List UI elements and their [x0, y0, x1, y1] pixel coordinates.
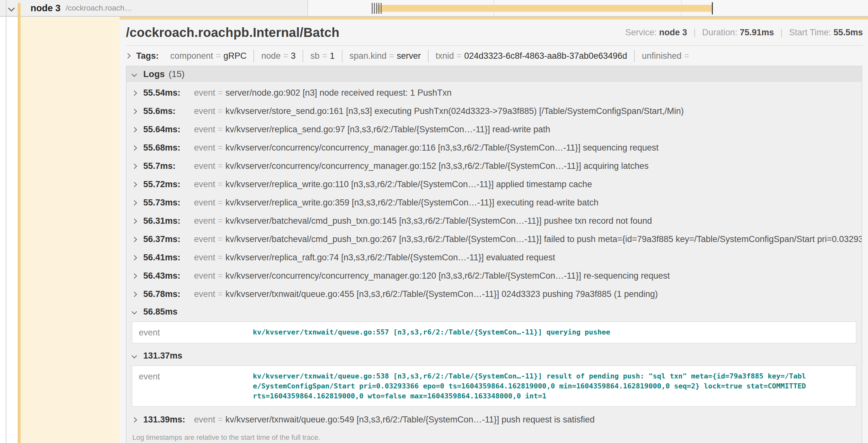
- log-entry[interactable]: 55.6ms: event = kv/kvserver/store_send.g…: [127, 102, 862, 121]
- log-entry[interactable]: 55.72ms: event = kv/kvserver/replica_wri…: [127, 175, 862, 194]
- equals-sign: =: [215, 198, 225, 208]
- start-time-label: Start Time:: [789, 28, 831, 37]
- log-field-name: event: [194, 125, 215, 135]
- collapse-logs-chevron-icon[interactable]: [132, 71, 137, 77]
- tag-key: sb: [310, 51, 320, 61]
- collapse-log-chevron-icon[interactable]: [132, 353, 137, 359]
- log-field-name: event: [139, 371, 253, 401]
- equals-sign: =: [215, 289, 225, 299]
- tag-item: node=3: [253, 50, 303, 62]
- log-timestamp: 55.54ms:: [143, 88, 191, 98]
- tag-key: span.kind: [349, 51, 387, 61]
- equals-sign: =: [215, 125, 225, 135]
- expand-log-chevron-icon[interactable]: [132, 417, 137, 422]
- selected-span-row-highlight: [18, 17, 120, 443]
- log-field-name: event: [194, 198, 215, 208]
- log-entry[interactable]: 131.39ms: event = kv/kvserver/txnwait/qu…: [127, 411, 862, 429]
- tag-value: gRPC: [223, 51, 246, 61]
- left-rail-line: [6, 0, 6, 443]
- tags-section-toggle[interactable]: Tags: component=gRPC node=3 sb=1 span.ki…: [126, 46, 868, 66]
- log-timestamp: 56.78ms:: [143, 289, 191, 299]
- tag-value: 024d3323-6c8f-4863-aa8b-37ab0e63496d: [464, 51, 627, 61]
- log-timestamp: 55.68ms:: [143, 143, 191, 153]
- log-entry[interactable]: 56.43ms: event = kv/kvserver/concurrency…: [127, 267, 862, 285]
- log-field-name: event: [194, 253, 215, 263]
- expand-log-chevron-icon[interactable]: [132, 145, 137, 150]
- log-entry[interactable]: 55.54ms: event = server/node.go:902 [n3]…: [127, 84, 862, 102]
- log-entry[interactable]: 56.78ms: event = kv/kvserver/txnwait/que…: [127, 285, 862, 303]
- log-entry[interactable]: 55.73ms: event = kv/kvserver/replica_wri…: [127, 194, 862, 212]
- log-timestamp: 55.64ms:: [143, 125, 191, 135]
- logs-list: 55.54ms: event = server/node.go:902 [n3]…: [127, 82, 862, 443]
- log-field-value: kv/kvserver/txnwait/queue.go:557 [n3,s3,…: [253, 327, 849, 338]
- log-entry[interactable]: 55.68ms: event = kv/kvserver/concurrency…: [127, 139, 862, 157]
- service-label: Service:: [625, 28, 657, 37]
- equals-sign: =: [454, 51, 464, 61]
- log-entry[interactable]: 56.41ms: event = kv/kvserver/replica_raf…: [127, 248, 862, 267]
- log-timestamp: 55.73ms:: [143, 198, 191, 208]
- span-detail-panel: /cockroach.roachpb.Internal/Batch Servic…: [120, 17, 868, 443]
- log-entry[interactable]: 56.37ms: event = kv/kvserver/batcheval/c…: [127, 230, 862, 248]
- equals-sign: =: [215, 161, 225, 171]
- expand-log-chevron-icon[interactable]: [132, 255, 137, 260]
- expand-log-chevron-icon[interactable]: [132, 163, 137, 169]
- tag-item: unfinished=: [634, 50, 699, 62]
- collapse-span-chevron-icon[interactable]: [8, 4, 15, 11]
- log-message: kv/kvserver/txnwait/queue.go:549 [n3,s3,…: [225, 415, 595, 425]
- equals-sign: =: [215, 143, 225, 153]
- log-timestamp: 56.85ms: [143, 307, 178, 317]
- expand-log-chevron-icon[interactable]: [132, 90, 137, 96]
- tag-item: txnid=024d3323-6c8f-4863-aa8b-37ab0e6349…: [428, 50, 634, 62]
- expand-log-chevron-icon[interactable]: [132, 182, 137, 187]
- expand-log-chevron-icon[interactable]: [132, 237, 137, 242]
- log-field-name: event: [194, 415, 215, 425]
- expand-log-chevron-icon[interactable]: [132, 200, 137, 205]
- tag-value: 3: [291, 51, 296, 61]
- log-message: kv/kvserver/replica_write.go:110 [n3,s3,…: [225, 179, 592, 190]
- expand-log-chevron-icon[interactable]: [132, 127, 137, 132]
- log-field-name: event: [194, 271, 215, 281]
- expand-log-chevron-icon[interactable]: [132, 273, 137, 279]
- tag-key: node: [261, 51, 280, 61]
- log-entry[interactable]: 56.31ms: event = kv/kvserver/batcheval/c…: [127, 212, 862, 230]
- log-entry-expanded-toggle[interactable]: 131.37ms: [127, 347, 862, 364]
- logs-count: (15): [169, 69, 185, 79]
- span-detail-title: /cockroach.roachpb.Internal/Batch: [126, 25, 340, 40]
- log-field-name: event: [139, 327, 253, 338]
- span-timeline[interactable]: 75.91ms: [307, 0, 868, 17]
- log-entry-expanded-toggle[interactable]: 56.85ms: [127, 303, 862, 320]
- log-entry[interactable]: 55.7ms: event = kv/kvserver/concurrency/…: [127, 157, 862, 175]
- collapse-log-chevron-icon[interactable]: [132, 309, 137, 315]
- expand-log-chevron-icon[interactable]: [132, 292, 137, 297]
- tag-value: server: [397, 51, 421, 61]
- equals-sign: =: [320, 51, 330, 61]
- log-entry[interactable]: 55.64ms: event = kv/kvserver/replica_sen…: [127, 121, 862, 139]
- log-detail-card: event kv/kvserver/txnwait/queue.go:557 […: [132, 321, 857, 343]
- log-message: kv/kvserver/concurrency/concurrency_mana…: [225, 161, 649, 171]
- span-row[interactable]: node 3 /cockroach.roach… 75.91ms: [0, 0, 868, 17]
- log-message: kv/kvserver/txnwait/queue.go:455 [n3,s3,…: [225, 289, 658, 299]
- expand-tags-chevron-icon[interactable]: [125, 53, 131, 59]
- expand-log-chevron-icon[interactable]: [132, 218, 137, 224]
- log-field-name: event: [194, 216, 215, 226]
- span-name-column[interactable]: node 3 /cockroach.roach…: [0, 0, 307, 17]
- tag-key: unfinished: [642, 51, 681, 61]
- tag-key: component: [170, 51, 213, 61]
- expand-log-chevron-icon[interactable]: [132, 108, 137, 114]
- log-timestamp: 131.37ms: [143, 351, 183, 361]
- equals-sign: =: [215, 234, 225, 244]
- log-timestamp: 55.72ms:: [143, 179, 191, 190]
- tag-key: txnid: [436, 51, 454, 61]
- equals-sign: =: [386, 51, 397, 61]
- logs-footer-note: Log timestamps are relative to the start…: [127, 429, 862, 443]
- logs-section-toggle[interactable]: Logs (15): [127, 66, 862, 82]
- log-field-name: event: [194, 234, 215, 244]
- separator: |: [780, 28, 782, 37]
- log-field-name: event: [194, 179, 215, 190]
- equals-sign: =: [281, 51, 291, 61]
- equals-sign: =: [681, 51, 692, 61]
- log-timestamp: 56.41ms:: [143, 253, 191, 263]
- tag-item: span.kind=server: [342, 50, 428, 62]
- log-timestamp: 56.43ms:: [143, 271, 191, 281]
- span-duration-bar[interactable]: [376, 5, 712, 12]
